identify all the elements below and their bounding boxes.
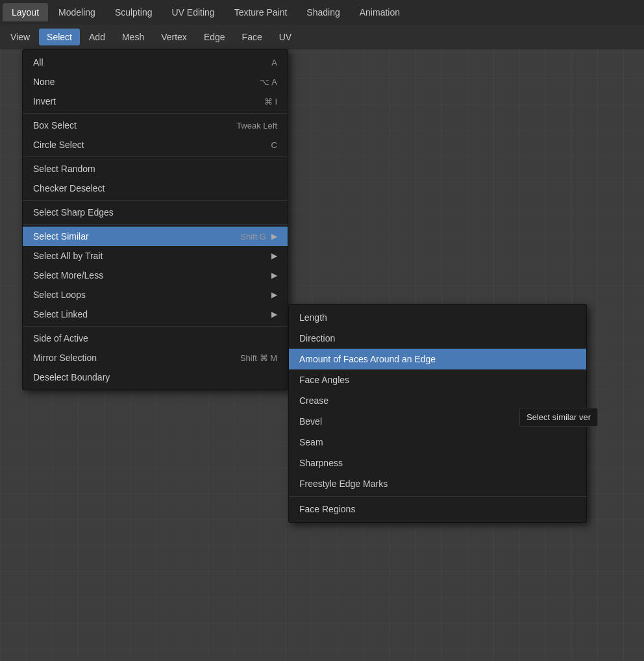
dropdown-divider bbox=[23, 156, 288, 157]
menu-item-uv[interactable]: UV bbox=[271, 29, 299, 45]
dropdown-item-label: Select Linked bbox=[33, 309, 88, 319]
dropdown-divider bbox=[23, 200, 288, 201]
shortcut-label: Shift G bbox=[240, 232, 266, 242]
dropdown-item-select-linked[interactable]: Select Linked▶ bbox=[23, 305, 288, 324]
select-menu-dropdown: AllANone⌥ AInvert⌘ IBox SelectTweak Left… bbox=[22, 49, 288, 390]
top-tab-uv-editing[interactable]: UV Editing bbox=[162, 3, 223, 21]
dropdown-item-label: Select Loops bbox=[33, 290, 86, 300]
submenu-item-length[interactable]: Length bbox=[289, 307, 586, 328]
submenu-item-direction[interactable]: Direction bbox=[289, 328, 586, 349]
submenu-divider bbox=[289, 496, 586, 497]
dropdown-item-label: Checker Deselect bbox=[33, 183, 105, 193]
dropdown-item-label: Circle Select bbox=[33, 140, 84, 150]
dropdown-divider bbox=[23, 326, 288, 327]
dropdown-item-circle-select[interactable]: Circle SelectC bbox=[23, 135, 288, 155]
submenu-item-face-regions[interactable]: Face Regions bbox=[289, 499, 586, 519]
submenu-arrow-icon: ▶ bbox=[271, 310, 277, 319]
dropdown-item-label: Mirror Selection bbox=[33, 353, 97, 363]
menu-item-edge[interactable]: Edge bbox=[196, 29, 233, 45]
submenu-arrow-icon: ▶ bbox=[271, 232, 277, 241]
menu-item-vertex[interactable]: Vertex bbox=[153, 29, 195, 45]
shortcut-label: ⌘ I bbox=[264, 97, 277, 106]
shortcut-label: A bbox=[271, 58, 277, 68]
menu-item-mesh[interactable]: Mesh bbox=[114, 29, 152, 45]
dropdown-item-select-random[interactable]: Select Random bbox=[23, 159, 288, 179]
dropdown-item-label: Select Sharp Edges bbox=[33, 207, 114, 218]
dropdown-item-invert[interactable]: Invert⌘ I bbox=[23, 92, 288, 111]
dropdown-item-label: Select Similar bbox=[33, 231, 89, 242]
top-tab-animation[interactable]: Animation bbox=[351, 3, 409, 21]
dropdown-divider bbox=[23, 224, 288, 225]
top-tab-bar: LayoutModelingSculptingUV EditingTexture… bbox=[0, 0, 644, 25]
dropdown-item-select-loops[interactable]: Select Loops▶ bbox=[23, 285, 288, 305]
dropdown-item-select-all-by-trait[interactable]: Select All by Trait▶ bbox=[23, 246, 288, 266]
submenu-item-seam[interactable]: Seam bbox=[289, 432, 586, 453]
top-tab-modeling[interactable]: Modeling bbox=[49, 3, 105, 21]
top-tab-shading[interactable]: Shading bbox=[297, 3, 349, 21]
top-tab-texture-paint[interactable]: Texture Paint bbox=[225, 3, 297, 21]
menu-bar: ViewSelectAddMeshVertexEdgeFaceUV bbox=[0, 25, 644, 49]
dropdown-item-box-select[interactable]: Box SelectTweak Left bbox=[23, 116, 288, 135]
dropdown-item-all[interactable]: AllA bbox=[23, 53, 288, 72]
dropdown-item-label: Deselect Boundary bbox=[33, 372, 110, 382]
dropdown-item-label: Invert bbox=[33, 96, 56, 106]
submenu-item-sharpness[interactable]: Sharpness bbox=[289, 453, 586, 473]
menu-item-add[interactable]: Add bbox=[81, 29, 113, 45]
dropdown-item-mirror-selection[interactable]: Mirror SelectionShift ⌘ M bbox=[23, 348, 288, 368]
shortcut-label: C bbox=[271, 140, 277, 150]
dropdown-item-label: Select All by Trait bbox=[33, 251, 103, 261]
dropdown-item-label: All bbox=[33, 57, 43, 68]
submenu-item-amount-of-faces-around-an-edge[interactable]: Amount of Faces Around an Edge bbox=[289, 349, 586, 369]
dropdown-item-label: Side of Active bbox=[33, 333, 88, 343]
dropdown-item-label: Select Random bbox=[33, 164, 95, 174]
shortcut-label: Shift ⌘ M bbox=[240, 353, 277, 363]
dropdown-divider bbox=[23, 113, 288, 114]
dropdown-item-none[interactable]: None⌥ A bbox=[23, 72, 288, 92]
submenu-item-freestyle-edge-marks[interactable]: Freestyle Edge Marks bbox=[289, 473, 586, 494]
dropdown-item-checker-deselect[interactable]: Checker Deselect bbox=[23, 179, 288, 198]
top-tab-sculpting[interactable]: Sculpting bbox=[106, 3, 162, 21]
dropdown-item-label: Select More/Less bbox=[33, 270, 103, 281]
dropdown-item-deselect-boundary[interactable]: Deselect Boundary bbox=[23, 368, 288, 387]
dropdown-item-select-more/less[interactable]: Select More/Less▶ bbox=[23, 266, 288, 285]
shortcut-label: Tweak Left bbox=[236, 121, 277, 131]
dropdown-item-select-similar[interactable]: Select SimilarShift G▶ bbox=[23, 227, 288, 246]
submenu-arrow-icon: ▶ bbox=[271, 290, 277, 299]
dropdown-item-side-of-active[interactable]: Side of Active bbox=[23, 329, 288, 348]
menu-item-face[interactable]: Face bbox=[234, 29, 270, 45]
submenu-item-face-angles[interactable]: Face Angles bbox=[289, 369, 586, 390]
tooltip: Select similar ver bbox=[519, 408, 598, 427]
menu-item-select[interactable]: Select bbox=[39, 29, 80, 45]
menu-item-view[interactable]: View bbox=[3, 29, 38, 45]
dropdown-item-select-sharp-edges[interactable]: Select Sharp Edges bbox=[23, 203, 288, 222]
dropdown-item-label: Box Select bbox=[33, 120, 77, 131]
top-tab-layout[interactable]: Layout bbox=[3, 3, 48, 21]
shortcut-label: ⌥ A bbox=[260, 77, 277, 87]
dropdown-item-label: None bbox=[33, 77, 55, 87]
submenu-arrow-icon: ▶ bbox=[271, 251, 277, 260]
submenu-arrow-icon: ▶ bbox=[271, 271, 277, 280]
